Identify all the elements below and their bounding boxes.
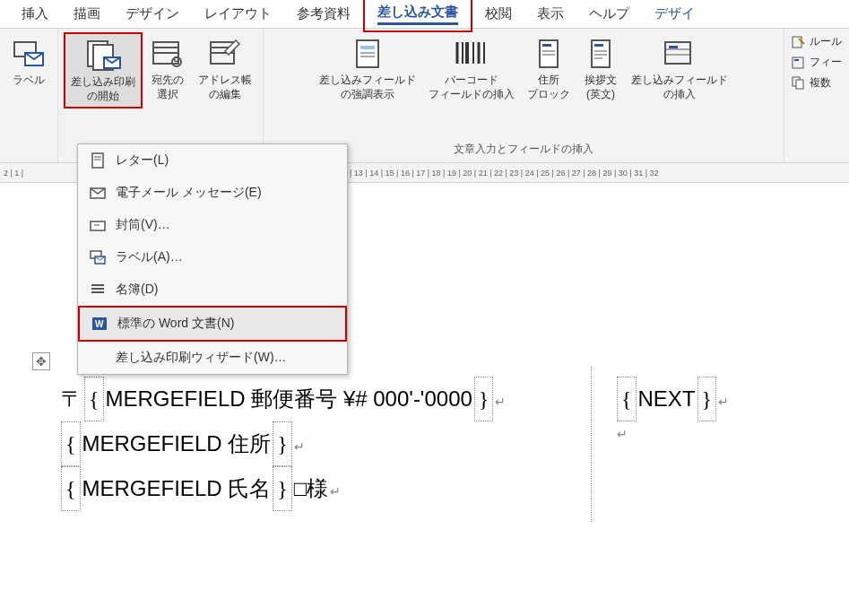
select-recipients-button[interactable]: 宛先の 選択 bbox=[144, 32, 191, 105]
tab-help[interactable]: ヘルプ bbox=[576, 0, 642, 28]
field-next-line: { NEXT } ↵ bbox=[617, 377, 836, 421]
tab-design[interactable]: デザイン bbox=[113, 0, 192, 28]
write-insert-group-label: 文章入力とフィールドの挿入 bbox=[454, 140, 593, 159]
svg-rect-45 bbox=[91, 221, 105, 230]
address-block-icon bbox=[531, 36, 567, 72]
brace-close: } bbox=[273, 466, 292, 511]
menu-email[interactable]: 電子メール メッセージ(E) bbox=[78, 177, 347, 209]
tab-insert[interactable]: 挿入 bbox=[9, 0, 61, 28]
paragraph-mark: ↵ bbox=[330, 479, 341, 504]
match-fields-button[interactable]: フィー bbox=[788, 53, 845, 72]
insert-field-label: 差し込みフィールド の挿入 bbox=[631, 74, 728, 101]
blank-icon bbox=[89, 349, 107, 367]
menu-label[interactable]: ラベル(A)… bbox=[78, 241, 347, 273]
greeting-icon bbox=[583, 36, 619, 72]
barcode-label: バーコード フィールドの挿入 bbox=[429, 74, 515, 101]
svg-rect-32 bbox=[665, 42, 690, 64]
empty-para: ↵ bbox=[617, 421, 836, 447]
tab-mailings-label: 差し込み文書 bbox=[377, 4, 458, 19]
match-fields-icon bbox=[792, 56, 806, 70]
label-cell-1[interactable]: 〒 { MERGEFIELD 郵便番号 ¥# 000'-'0000 } ↵ { … bbox=[54, 366, 592, 522]
edit-recipients-icon bbox=[207, 36, 243, 72]
edit-recipients-button[interactable]: アドレス帳 の編集 bbox=[193, 32, 257, 105]
letter-icon bbox=[89, 152, 107, 169]
highlight-fields-label: 差し込みフィールド の強調表示 bbox=[319, 74, 416, 101]
svg-rect-37 bbox=[793, 57, 803, 68]
ribbon-tab-bar: 挿入 描画 デザイン レイアウト 参考資料 差し込み文書 校閲 表示 ヘルプ デ… bbox=[0, 0, 849, 29]
ruler-left: 2 | 1 | bbox=[4, 169, 23, 178]
multiple-label: 複数 bbox=[810, 75, 831, 91]
svg-point-9 bbox=[175, 57, 179, 62]
brace-open: { bbox=[61, 466, 81, 511]
brace-close: } bbox=[273, 421, 292, 466]
envelope-icon bbox=[89, 216, 107, 234]
multiple-labels-button[interactable]: 複数 bbox=[788, 74, 845, 92]
brace-open: { bbox=[61, 421, 81, 466]
tab-review[interactable]: 校閲 bbox=[472, 0, 524, 28]
tab-draw[interactable]: 描画 bbox=[61, 0, 113, 28]
start-mail-merge-icon bbox=[85, 38, 121, 74]
menu-wizard-label: 差し込み印刷ウィザード(W)… bbox=[116, 350, 287, 366]
address-block-label: 住所 ブロック bbox=[527, 74, 570, 101]
labels-button[interactable]: ラベル bbox=[5, 32, 52, 91]
svg-text:W: W bbox=[95, 319, 104, 329]
paragraph-mark: ↵ bbox=[718, 389, 729, 414]
svg-rect-33 bbox=[669, 46, 678, 48]
svg-rect-40 bbox=[796, 80, 803, 89]
greeting-button[interactable]: 挨拶文 (英文) bbox=[577, 32, 624, 105]
menu-wizard[interactable]: 差し込み印刷ウィザード(W)… bbox=[78, 342, 347, 374]
label-cell-2[interactable]: { NEXT } ↵ ↵ bbox=[610, 366, 843, 457]
brace-close: } bbox=[474, 377, 494, 421]
tab-view[interactable]: 表示 bbox=[524, 0, 576, 28]
label-icon bbox=[89, 248, 107, 266]
svg-rect-36 bbox=[793, 37, 801, 48]
menu-letter-label: レター(L) bbox=[116, 152, 169, 169]
tab-layout[interactable]: レイアウト bbox=[192, 0, 284, 28]
active-underline bbox=[377, 22, 458, 25]
menu-normal-word-doc-label: 標準の Word 文書(N) bbox=[117, 316, 234, 332]
tab-references[interactable]: 参考資料 bbox=[284, 0, 363, 28]
word-doc-icon: W bbox=[91, 315, 108, 333]
field-address-line: { MERGEFIELD 住所 } ↵ bbox=[61, 421, 584, 466]
edit-recipients-label: アドレス帳 の編集 bbox=[198, 74, 252, 101]
highlight-fields-button[interactable]: 差し込みフィールド の強調表示 bbox=[314, 32, 421, 105]
svg-rect-41 bbox=[92, 153, 103, 168]
mergefield-name: MERGEFIELD 氏名 bbox=[82, 467, 272, 510]
group-write-insert: 差し込みフィールド の強調表示 バーコード フィールドの挿入 住所 ブロック 挨… bbox=[264, 29, 784, 162]
svg-rect-28 bbox=[594, 44, 603, 47]
multiple-icon bbox=[792, 76, 806, 91]
postal-prefix: 〒 bbox=[61, 377, 82, 421]
menu-letter[interactable]: レター(L) bbox=[78, 144, 347, 177]
rules-button[interactable]: ルール bbox=[788, 32, 845, 51]
menu-label-label: ラベル(A)… bbox=[116, 249, 183, 265]
highlight-fields-icon bbox=[350, 36, 386, 72]
menu-normal-word-doc[interactable]: W 標準の Word 文書(N) bbox=[78, 306, 347, 342]
menu-directory-label: 名簿(D) bbox=[116, 282, 158, 298]
name-suffix: □様 bbox=[294, 467, 329, 510]
labels-icon bbox=[11, 36, 47, 72]
menu-envelope[interactable]: 封筒(V)… bbox=[78, 209, 347, 241]
field-postal-line: 〒 { MERGEFIELD 郵便番号 ¥# 000'-'0000 } ↵ bbox=[61, 377, 584, 421]
barcode-button[interactable]: バーコード フィールドの挿入 bbox=[423, 32, 520, 105]
email-icon bbox=[89, 184, 107, 202]
svg-rect-13 bbox=[357, 40, 378, 67]
paragraph-mark: ↵ bbox=[617, 421, 628, 447]
address-block-button[interactable]: 住所 ブロック bbox=[522, 32, 576, 105]
svg-rect-14 bbox=[360, 46, 375, 49]
start-mail-merge-button[interactable]: 差し込み印刷 の開始 bbox=[64, 32, 143, 108]
insert-field-icon bbox=[662, 36, 697, 72]
start-merge-dropdown: レター(L) 電子メール メッセージ(E) 封筒(V)… ラベル(A)… 名簿(… bbox=[77, 143, 348, 375]
menu-directory[interactable]: 名簿(D) bbox=[78, 273, 347, 306]
menu-envelope-label: 封筒(V)… bbox=[116, 217, 170, 233]
mergefield-postal: MERGEFIELD 郵便番号 ¥# 000'-'0000 bbox=[106, 377, 472, 421]
greeting-label: 挨拶文 (英文) bbox=[585, 74, 617, 101]
mergefield-address: MERGEFIELD 住所 bbox=[82, 422, 272, 465]
insert-field-button[interactable]: 差し込みフィールド の挿入 bbox=[626, 32, 733, 105]
table-move-handle[interactable]: ✥ bbox=[32, 352, 50, 370]
tab-table-design[interactable]: デザイ bbox=[642, 0, 707, 28]
select-recipients-icon bbox=[150, 36, 186, 72]
match-fields-label: フィー bbox=[810, 55, 842, 70]
group-rules: ルール フィー 複数 bbox=[784, 29, 849, 162]
tab-mailings[interactable]: 差し込み文書 bbox=[363, 0, 472, 32]
brace-close: } bbox=[697, 377, 717, 421]
